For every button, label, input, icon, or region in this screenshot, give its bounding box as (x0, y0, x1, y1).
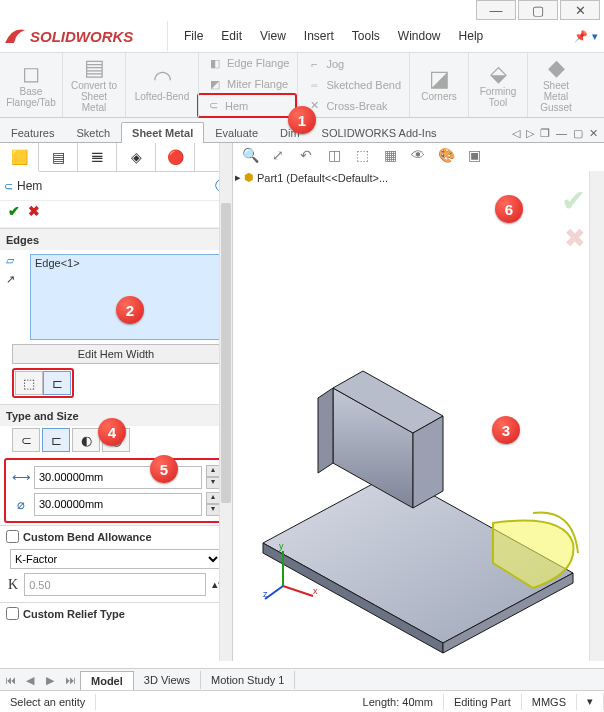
close-button[interactable]: ✕ (560, 0, 600, 20)
k-label: K (8, 577, 18, 593)
ribbon-forming-tool[interactable]: ⬙Forming Tool (469, 53, 528, 117)
view-triad[interactable]: x y z (263, 541, 323, 601)
view-orient-icon[interactable]: ⬚ (351, 145, 373, 165)
normal-select-icon[interactable]: ↗ (6, 273, 26, 286)
confirm-ok-icon[interactable]: ✔ (561, 183, 586, 218)
doc-restore-icon[interactable]: ❐ (540, 127, 550, 140)
viewport-scrollbar[interactable] (589, 171, 604, 661)
tab-features[interactable]: Features (0, 122, 65, 143)
crt-label: Custom Relief Type (23, 608, 125, 620)
type-closed-button[interactable]: ⊂ (12, 428, 40, 452)
tab-last-icon[interactable]: ⏭ (60, 674, 80, 686)
tab-next-icon[interactable]: ▶ (40, 674, 60, 687)
custom-bend-allowance-checkbox[interactable] (6, 530, 19, 543)
type-teardrop-button[interactable]: ◐ (72, 428, 100, 452)
doc-prev-icon[interactable]: ◁ (512, 127, 520, 140)
edge-select-icon[interactable]: ▱ (6, 254, 26, 267)
dia-down[interactable]: ▾ (206, 504, 220, 516)
tab-motion-study[interactable]: Motion Study 1 (201, 671, 295, 689)
cancel-button[interactable]: ✖ (28, 203, 40, 225)
hem-icon: ⊂ (4, 180, 13, 193)
ribbon-jog[interactable]: ⌐Jog (298, 53, 409, 74)
tab-evaluate[interactable]: Evaluate (204, 122, 269, 143)
app-logo: SOLIDWORKS (2, 21, 168, 51)
maximize-button[interactable]: ▢ (518, 0, 558, 20)
ribbon-sketched-bend[interactable]: ⎓Sketched Bend (298, 74, 409, 95)
pm-tab-config[interactable]: 𝌆 (78, 143, 117, 171)
ribbon-base-flange[interactable]: ◻Base Flange/Tab (0, 53, 63, 117)
svg-text:z: z (263, 589, 268, 599)
length-down[interactable]: ▾ (206, 477, 220, 489)
scene-icon[interactable]: ▣ (463, 145, 485, 165)
tab-addins[interactable]: SOLIDWORKS Add-Ins (311, 122, 448, 143)
svg-text:x: x (313, 586, 318, 596)
tab-sheet-metal[interactable]: Sheet Metal (121, 122, 204, 143)
tab-first-icon[interactable]: ⏮ (0, 674, 20, 686)
tab-prev-icon[interactable]: ◀ (20, 674, 40, 687)
menu-help[interactable]: Help (451, 26, 492, 46)
hide-show-icon[interactable]: 👁 (407, 145, 429, 165)
kfactor-select[interactable]: K-Factor (10, 549, 222, 569)
status-mode: Editing Part (444, 694, 522, 710)
ribbon-edge-flange[interactable]: ◧Edge Flange (199, 53, 297, 74)
type-open-button[interactable]: ⊏ (42, 428, 70, 452)
search-dropdown-icon[interactable]: ▾ (592, 30, 598, 43)
doc-min-icon[interactable]: — (556, 127, 567, 140)
menu-tools[interactable]: Tools (344, 26, 388, 46)
graphics-viewport[interactable]: 🔍 ⤢ ↶ ◫ ⬚ ▦ 👁 🎨 ▣ ▸ ⬢ Part1 (Default<<De… (233, 143, 604, 661)
prev-view-icon[interactable]: ↶ (295, 145, 317, 165)
tab-sketch[interactable]: Sketch (65, 122, 121, 143)
menu-insert[interactable]: Insert (296, 26, 342, 46)
doc-next-icon[interactable]: ▷ (526, 127, 534, 140)
section-view-icon[interactable]: ◫ (323, 145, 345, 165)
menu-view[interactable]: View (252, 26, 294, 46)
display-style-icon[interactable]: ▦ (379, 145, 401, 165)
doc-max-icon[interactable]: ▢ (573, 127, 583, 140)
property-manager: 🟨 ▤ 𝌆 ◈ 🔴 ⊂ Hem ⓘ ✔ ✖ Edges⌃ ▱ ↗ Edge<1> (0, 143, 233, 661)
doc-close-icon[interactable]: ✕ (589, 127, 598, 140)
kfactor-input[interactable] (24, 573, 206, 596)
panel-scrollbar[interactable] (219, 143, 232, 661)
length-up[interactable]: ▴ (206, 465, 220, 477)
status-menu-icon[interactable]: ▾ (577, 693, 604, 710)
ribbon-miter-flange[interactable]: ◩Miter Flange (199, 74, 297, 95)
pin-icon[interactable]: 📌 (574, 30, 588, 43)
ok-button[interactable]: ✔ (8, 203, 20, 225)
custom-relief-checkbox[interactable] (6, 607, 19, 620)
ribbon-lofted-bend[interactable]: ◠Lofted-Bend (126, 53, 199, 117)
pm-tab-feature[interactable]: 🟨 (0, 143, 39, 172)
status-prompt: Select an entity (0, 694, 96, 710)
ribbon-hem[interactable]: ⊂Hem (197, 93, 297, 118)
pm-tab-appearance[interactable]: 🔴 (156, 143, 195, 171)
menu-edit[interactable]: Edit (213, 26, 250, 46)
callout-3: 3 (492, 416, 520, 444)
diameter-input[interactable] (34, 493, 202, 516)
minimize-button[interactable]: — (476, 0, 516, 20)
status-length: Length: 40mm (353, 694, 444, 710)
tab-3dviews[interactable]: 3D Views (134, 671, 201, 689)
pm-tab-design[interactable]: ▤ (39, 143, 78, 171)
dia-up[interactable]: ▴ (206, 492, 220, 504)
ribbon-corners[interactable]: ◪Corners (410, 53, 469, 117)
material-inside-button[interactable]: ⬚ (15, 371, 43, 395)
feature-title: Hem (17, 179, 42, 193)
status-units[interactable]: MMGS (522, 694, 577, 710)
ribbon-gusset[interactable]: ◆Sheet Metal Gusset (528, 53, 584, 117)
appearance-icon[interactable]: 🎨 (435, 145, 457, 165)
type-size-header: Type and Size (6, 410, 79, 422)
ribbon-cross-break[interactable]: ✕Cross-Break (298, 95, 409, 116)
menu-file[interactable]: File (176, 26, 211, 46)
ribbon-convert-sheetmetal[interactable]: ▤Convert to Sheet Metal (63, 53, 126, 117)
zoom-area-icon[interactable]: ⤢ (267, 145, 289, 165)
callout-5: 5 (150, 455, 178, 483)
material-outside-button[interactable]: ⊏ (43, 371, 71, 395)
edit-hem-width-button[interactable]: Edit Hem Width (12, 344, 220, 364)
zoom-fit-icon[interactable]: 🔍 (239, 145, 261, 165)
pm-tab-dim[interactable]: ◈ (117, 143, 156, 171)
svg-line-4 (265, 586, 283, 599)
window-controls: — ▢ ✕ (0, 0, 604, 20)
callout-1: 1 (288, 106, 316, 134)
tab-model[interactable]: Model (80, 671, 134, 690)
confirm-cancel-icon[interactable]: ✖ (564, 223, 586, 254)
menu-window[interactable]: Window (390, 26, 449, 46)
